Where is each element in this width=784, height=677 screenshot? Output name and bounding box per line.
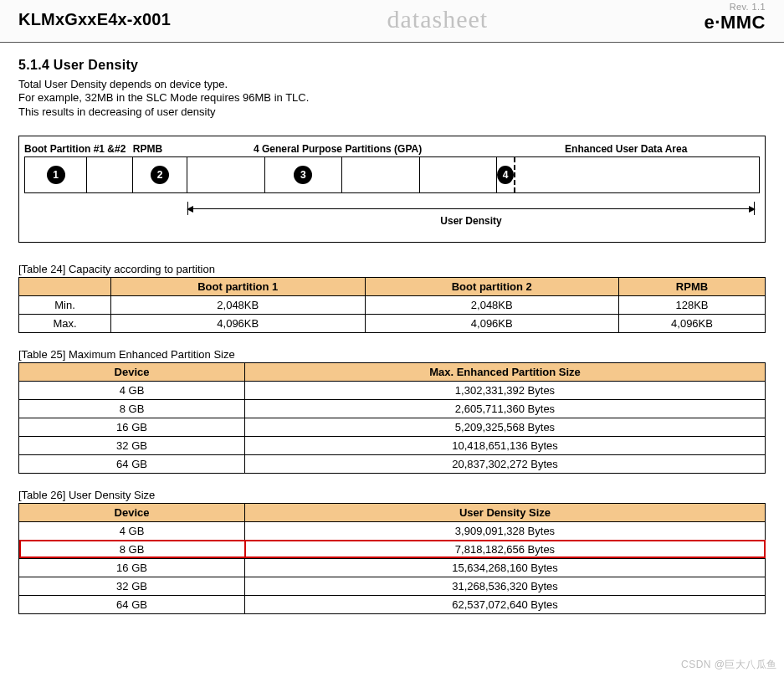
user-density-arrow: User Density <box>187 202 760 227</box>
gpa-sub <box>342 157 420 192</box>
table-cell: 64 GB <box>19 595 245 613</box>
table26-caption: [Table 26] User Density Size <box>18 489 766 501</box>
table-row: 8 GB7,818,182,656 Bytes <box>19 540 766 558</box>
arrow-line-icon <box>187 208 755 209</box>
gpa-sub: 3 <box>265 157 343 192</box>
box-boot1: 1 <box>24 156 87 193</box>
table-row: 8 GB2,605,711,360 Bytes <box>19 399 766 418</box>
datasheet-label: datasheet <box>387 5 488 33</box>
table-row: 4 GB1,302,331,392 Bytes <box>19 381 766 399</box>
table25-caption: [Table 25] Maximum Enhanced Partition Si… <box>18 348 766 361</box>
table-row: 32 GB10,418,651,136 Bytes <box>19 436 766 454</box>
partition-boxes: 1 2 3 4 <box>24 156 760 193</box>
table-cell: 62,537,072,640 Bytes <box>245 595 766 613</box>
table-cell: 2,048KB <box>111 295 366 314</box>
table-row: 4 GB3,909,091,328 Bytes <box>19 521 766 540</box>
table-header-cell: Device <box>19 362 245 381</box>
emmc-logo: e·MMC <box>705 12 766 33</box>
table-row: 64 GB20,837,302,272 Bytes <box>19 454 766 473</box>
table-row: 32 GB31,268,536,320 Bytes <box>19 577 766 595</box>
table-cell: 32 GB <box>19 436 245 454</box>
table-cell: 16 GB <box>19 418 245 436</box>
table-cell: 2,605,711,360 Bytes <box>245 399 766 418</box>
circle-3-icon: 3 <box>294 166 312 184</box>
table-cell: 31,268,536,320 Bytes <box>245 577 766 595</box>
table-header-cell: RPMB <box>619 277 766 295</box>
table-cell: 16 GB <box>19 558 245 577</box>
content: 5.1.4 User Density Total User Density de… <box>0 43 784 663</box>
gpa-sub <box>420 157 497 192</box>
box-boot2 <box>87 156 133 193</box>
table24: Boot partition 1Boot partition 2RPMB Min… <box>18 277 766 333</box>
table-header-cell: Max. Enhanced Partition Size <box>245 362 766 381</box>
circle-4-icon: 4 <box>497 166 514 184</box>
table-row: 64 GB62,537,072,640 Bytes <box>19 595 766 613</box>
table-cell: 8 GB <box>19 540 245 558</box>
table-header-cell <box>19 277 111 295</box>
header-right: Rev. 1.1 e·MMC <box>705 5 766 33</box>
table-header-row: DeviceUser Density Size <box>19 503 766 521</box>
partition-diagram: Boot Partition #1 &#2 RPMB 4 General Pur… <box>18 136 766 243</box>
page-header: KLMxGxxE4x-x001 datasheet Rev. 1.1 e·MMC <box>0 0 784 43</box>
label-rpmb: RPMB <box>133 143 183 155</box>
table-cell: 4,096KB <box>111 314 366 332</box>
circle-1-icon: 1 <box>47 166 65 184</box>
table-cell: 4 GB <box>19 381 245 399</box>
table-cell: 5,209,325,568 Bytes <box>245 418 766 436</box>
table24-caption: [Table 24] Capacity according to partiti… <box>18 263 766 275</box>
table-row: 16 GB5,209,325,568 Bytes <box>19 418 766 436</box>
table-cell: 1,302,331,392 Bytes <box>245 381 766 399</box>
body-line: Total User Density depends on device typ… <box>18 78 228 90</box>
label-gpa: 4 General Purpose Partitions (GPA) <box>183 143 493 155</box>
table-cell: 4,096KB <box>365 314 619 332</box>
table-row: Min.2,048KB2,048KB128KB <box>19 295 766 314</box>
table-header-row: Boot partition 1Boot partition 2RPMB <box>19 277 766 295</box>
table26: DeviceUser Density Size 4 GB3,909,091,32… <box>18 503 766 614</box>
eud-enhanced: 4 <box>497 157 515 192</box>
table-cell: 64 GB <box>19 454 245 473</box>
table-header-cell: Device <box>19 503 245 521</box>
table-cell: 3,909,091,328 Bytes <box>245 521 766 540</box>
table-row: 16 GB15,634,268,160 Bytes <box>19 558 766 577</box>
table-cell: 10,418,651,136 Bytes <box>245 436 766 454</box>
box-rpmb: 2 <box>133 156 187 193</box>
section-title: 5.1.4 User Density <box>18 58 766 73</box>
eud-rest <box>515 157 759 192</box>
table-cell: 4,096KB <box>619 314 766 332</box>
table-header-cell: User Density Size <box>245 503 766 521</box>
table-cell: 2,048KB <box>365 295 619 314</box>
table-cell: Min. <box>19 295 111 314</box>
label-boot: Boot Partition #1 &#2 <box>24 143 133 155</box>
circle-2-icon: 2 <box>151 166 169 184</box>
box-gpa: 3 <box>187 156 497 193</box>
table-cell: 15,634,268,160 Bytes <box>245 558 766 577</box>
table-header-row: DeviceMax. Enhanced Partition Size <box>19 362 766 381</box>
table-cell: 20,837,302,272 Bytes <box>245 454 766 473</box>
table25: DeviceMax. Enhanced Partition Size 4 GB1… <box>18 362 766 474</box>
table-header-cell: Boot partition 2 <box>365 277 619 295</box>
partition-labels: Boot Partition #1 &#2 RPMB 4 General Pur… <box>24 143 760 155</box>
table-cell: 7,818,182,656 Bytes <box>245 540 766 558</box>
table-header-cell: Boot partition 1 <box>111 277 366 295</box>
box-eud: 4 <box>497 156 760 193</box>
table-cell: 4 GB <box>19 521 245 540</box>
body-line: This results in decreasing of user densi… <box>18 105 216 118</box>
table-cell: 128KB <box>619 295 766 314</box>
arrow-label: User Density <box>187 215 755 227</box>
section-body: Total User Density depends on device typ… <box>18 78 766 119</box>
gpa-sub <box>187 157 265 192</box>
table-cell: 8 GB <box>19 399 245 418</box>
table-row: Max.4,096KB4,096KB4,096KB <box>19 314 766 332</box>
table-cell: 32 GB <box>19 577 245 595</box>
revision: Rev. 1.1 <box>705 2 766 12</box>
body-line: For example, 32MB in the SLC Mode requir… <box>18 91 309 104</box>
part-number: KLMxGxxE4x-x001 <box>18 5 171 29</box>
label-eud: Enhanced User Data Area <box>492 143 760 155</box>
table-cell: Max. <box>19 314 111 332</box>
